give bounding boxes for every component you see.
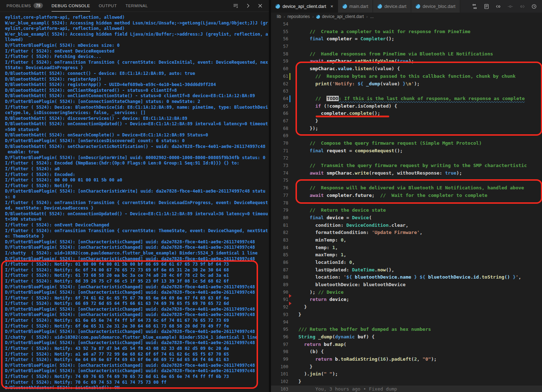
line-number[interactable]: 78 <box>271 199 288 207</box>
code-token: ( <box>394 58 397 64</box>
panel-tab-output[interactable]: OUTPUT <box>99 0 117 12</box>
close-tab-icon[interactable]: × <box>330 4 333 9</box>
line-number[interactable]: 86 <box>271 259 288 266</box>
clear-console-icon[interactable] <box>233 3 239 9</box>
line-number[interactable]: 87 <box>271 266 288 274</box>
code-token: (); <box>386 36 394 41</box>
line-number[interactable]: 81 <box>271 222 288 229</box>
line-number[interactable]: 99 <box>271 356 288 363</box>
open-changes-icon[interactable] <box>472 4 477 9</box>
debug-console-output[interactable]: eylist,core-platform-api, reflection, al… <box>0 12 269 389</box>
gutter <box>288 170 293 177</box>
console-line: I/flutter ( 5524): onTransition Transiti… <box>5 60 269 66</box>
open-preview-icon[interactable] <box>484 4 489 9</box>
line-number[interactable]: 74 <box>271 170 288 177</box>
line-number[interactable]: 55 <box>271 28 288 36</box>
line-number[interactable]: 76 <box>271 184 288 192</box>
line-number[interactable]: 63 <box>271 87 288 95</box>
line-number[interactable]: 71 <box>271 147 288 155</box>
code-token: smpCharac <box>298 66 335 71</box>
close-panel-icon[interactable] <box>257 3 263 9</box>
code-token: 'Notify: <box>332 81 357 86</box>
line-number[interactable]: 61 <box>271 73 288 80</box>
console-line: e: ThemeState } <box>5 234 269 239</box>
line-number[interactable]: 98 <box>271 348 288 356</box>
line-number[interactable]: 73 <box>271 162 288 170</box>
line-number[interactable]: 101 <box>271 370 288 378</box>
line-number[interactable]: 90 <box>271 289 288 296</box>
line-number[interactable]: 69 <box>271 132 288 140</box>
line-number[interactable]: 57 <box>271 43 288 50</box>
line-number[interactable]: 79 <box>271 207 288 214</box>
line-number[interactable]: 82 <box>271 229 288 236</box>
expand-panel-icon[interactable] <box>245 3 251 9</box>
line-number[interactable]: 59 <box>271 58 288 65</box>
dart-icon <box>275 4 280 9</box>
code-token: ( <box>377 356 380 362</box>
line-number[interactable]: 65 <box>271 103 288 110</box>
code-token: } <box>298 364 312 369</box>
line-number[interactable]: 103 <box>271 386 288 392</box>
breadcrumb-item--[interactable]: ... <box>370 14 374 19</box>
line-number[interactable]: 66 <box>271 110 288 117</box>
breadcrumb-item-device-api-client-dart[interactable]: device_api_client.dart <box>316 14 364 19</box>
line-number[interactable]: 56 <box>271 35 288 43</box>
gutter <box>288 154 293 162</box>
line-number[interactable]: 58 <box>271 50 288 58</box>
console-line: W/er_blue_exampl( 5524): Accessing hidde… <box>5 32 269 37</box>
code-token: . <box>374 267 377 272</box>
panel-tab-problems[interactable]: PROBLEMS79 <box>6 0 43 12</box>
line-number[interactable]: 85 <box>271 251 288 259</box>
code-editor[interactable]: 5455 // Create a completer to wait for r… <box>271 21 542 392</box>
line-number[interactable]: 70 <box>271 140 288 147</box>
code-token: bluetoothDevice: bluetoothDevice <box>298 282 405 287</box>
line-number[interactable]: 67 <box>271 117 288 125</box>
line-number[interactable]: 77 <box>271 192 288 199</box>
line-number[interactable]: 96 <box>271 333 288 341</box>
editor-tab-main-dart[interactable]: main.dart <box>338 0 373 13</box>
timeline-icon[interactable] <box>531 4 537 9</box>
code-token: maxTemp: <box>298 252 341 257</box>
line-number[interactable]: 100 <box>271 363 288 371</box>
previous-change-icon[interactable] <box>496 4 501 9</box>
line-number[interactable]: 64 <box>271 95 288 103</box>
breadcrumb-item-lib[interactable]: lib <box>277 14 281 19</box>
line-number[interactable]: 60 <box>271 65 288 73</box>
line-number[interactable]: 83 <box>271 236 288 244</box>
panel-tab-terminal[interactable]: TERMINAL <box>125 0 148 12</box>
code-token: formattedCondition: <box>298 230 372 235</box>
line-number[interactable]: 97 <box>271 341 288 348</box>
line-number[interactable]: 88 <box>271 274 288 281</box>
compare-icon[interactable] <box>507 4 513 9</box>
code-text: condition: DeviceCondition.clear, <box>293 222 408 229</box>
editor-tab-device-dart[interactable]: device.dart <box>373 0 411 13</box>
next-change-icon[interactable] <box>519 4 525 9</box>
line-number[interactable]: 95 <box>271 326 288 333</box>
line-number[interactable]: 54 <box>271 21 288 28</box>
line-number[interactable]: 92 <box>271 303 288 311</box>
gutter <box>288 65 293 73</box>
breadcrumb-item-repositories[interactable]: repositories <box>288 14 310 19</box>
editor-panel: device_api_client.dart×main.dartdevice.d… <box>271 0 542 392</box>
editor-tab-device_api_client-dart[interactable]: device_api_client.dart× <box>271 0 338 13</box>
editor-tab-device_bloc-dart[interactable]: device_bloc.dart <box>411 0 460 13</box>
code-token: ); <box>408 58 414 64</box>
code-text <box>293 199 298 207</box>
gutter <box>288 125 293 132</box>
line-number[interactable]: 72 <box>271 154 288 162</box>
line-number[interactable]: 62 <box>271 80 288 88</box>
code-token: ( <box>329 81 332 86</box>
code-text: } <box>293 117 318 125</box>
line-number[interactable]: 94 <box>271 319 288 326</box>
line-number[interactable]: 80 <box>271 214 288 222</box>
line-number[interactable]: 102 <box>271 378 288 386</box>
panel-tab-debug-console[interactable]: DEBUG CONSOLE <box>52 0 90 12</box>
console-line: I/flutter ( 5524): Notify: 01 00 00 f4 0… <box>5 262 269 267</box>
line-number[interactable]: 91 <box>271 296 288 303</box>
line-number[interactable]: 75 <box>271 177 288 184</box>
line-number[interactable]: 84 <box>271 244 288 252</box>
code-token: await <box>298 58 324 64</box>
line-number[interactable]: 89 <box>271 281 288 289</box>
line-number[interactable]: 93 <box>271 311 288 319</box>
line-number[interactable]: 68 <box>271 125 288 132</box>
